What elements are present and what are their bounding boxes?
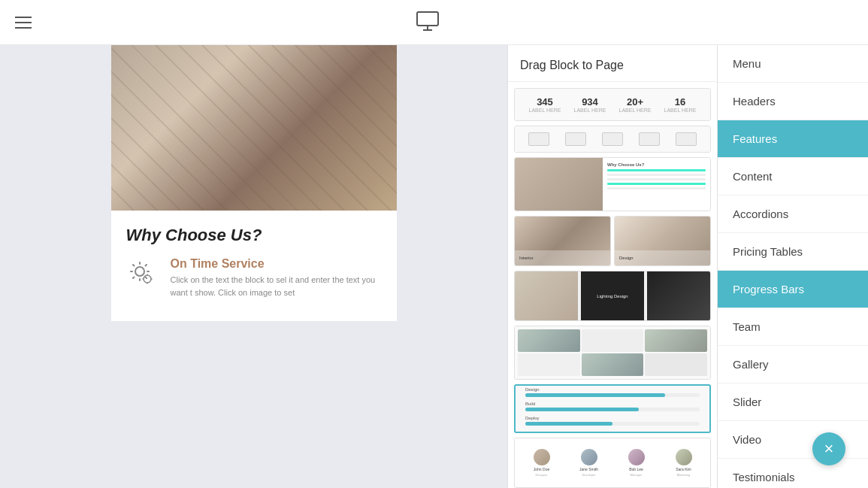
progress-bars-preview: Design Build Deploy [525, 387, 700, 430]
features-block-preview: Why Choose Us? [515, 158, 710, 211]
thumb-stats[interactable]: 345 LABEL HERE 934 LABEL HERE 20+ LABEL … [514, 88, 711, 121]
stat-1-label: LABEL HERE [529, 108, 561, 113]
interior-right-thumbnail[interactable]: Design [614, 216, 711, 266]
team-thumbnail[interactable]: John Doe Designer Jane Smith Developer B… [514, 438, 711, 488]
team-avatar-1 [534, 449, 550, 465]
interior-right-preview: Design [615, 217, 710, 265]
stat-4-label: LABEL HERE [664, 108, 697, 113]
logo-2 [565, 132, 586, 146]
stat-2-number: 934 [574, 96, 606, 108]
pb-fill-3 [525, 422, 612, 426]
features-title-preview: Why Choose Us? [607, 162, 706, 167]
nav-item-testimonials[interactable]: Testimonials [718, 459, 868, 488]
pb-track-1 [525, 393, 700, 397]
stat-3-label: LABEL HERE [619, 108, 652, 113]
pb-fill-1 [525, 393, 665, 397]
nav-panel: Menu Headers Features Content Accordions… [718, 45, 868, 488]
stat-4: 16 LABEL HERE [664, 96, 697, 113]
lighting-inner: Lighting Design [515, 271, 710, 320]
logos-thumbnail[interactable] [514, 126, 711, 153]
close-button[interactable]: × [812, 432, 845, 465]
nav-label-pricing-tables: Pricing Tables [733, 245, 803, 258]
stats-block-preview: 345 LABEL HERE 934 LABEL HERE 20+ LABEL … [515, 89, 710, 120]
features-text: Why Choose Us? [603, 158, 710, 211]
block-thumbnails-list[interactable]: 345 LABEL HERE 934 LABEL HERE 20+ LABEL … [508, 82, 717, 488]
features-line-1 [607, 169, 706, 171]
thumb-lighting[interactable]: Lighting Design [514, 271, 711, 321]
nav-item-menu[interactable]: Menu [718, 45, 868, 83]
team-name-1: John Doe [534, 467, 549, 471]
interior-left-thumbnail[interactable]: Interior [514, 216, 611, 266]
team-name-2: Jane Smith [579, 467, 598, 471]
lighting-text: Lighting Design [581, 271, 644, 320]
team-role-1: Designer [535, 473, 547, 477]
team-role-2: Developer [582, 473, 595, 477]
nav-item-pricing-tables[interactable]: Pricing Tables [718, 233, 868, 271]
page-preview: Why Choose Us? On Time Service Click on … [0, 45, 507, 488]
feature-item-1: On Time Service Click on the text the bl… [126, 257, 382, 299]
stats-thumbnail[interactable]: 345 LABEL HERE 934 LABEL HERE 20+ LABEL … [514, 88, 711, 121]
thumb-logos[interactable] [514, 126, 711, 153]
nav-item-accordions[interactable]: Accordions [718, 196, 868, 233]
stat-1-number: 345 [529, 96, 561, 108]
thumb-multi[interactable] [514, 326, 711, 380]
interior-right-overlay: Design [615, 250, 710, 265]
team-role-3: Manager [631, 473, 643, 477]
pb-label-3: Deploy [525, 416, 700, 420]
multi-block-preview [515, 326, 710, 379]
nav-item-progress-bars[interactable]: Progress Bars [718, 271, 868, 308]
nav-label-features: Features [733, 132, 777, 145]
team-member-3: Bob Lee Manager [614, 449, 658, 477]
stat-2-label: LABEL HERE [574, 108, 606, 113]
lighting-image-right [647, 271, 710, 320]
nav-item-slider[interactable]: Slider [718, 383, 868, 421]
nav-label-team: Team [733, 320, 761, 333]
logo-1 [528, 132, 549, 146]
team-block-preview: John Doe Designer Jane Smith Developer B… [515, 438, 710, 487]
pb-label-2: Build [525, 402, 700, 406]
nav-item-headers[interactable]: Headers [718, 83, 868, 120]
pb-row-3: Deploy [525, 416, 700, 426]
nav-item-video[interactable]: Video [718, 421, 868, 459]
feature-1-desc: Click on the text the block to sel it an… [171, 274, 382, 299]
svg-point-4 [144, 275, 151, 283]
logos-block-preview [515, 126, 710, 152]
nav-item-team[interactable]: Team [718, 308, 868, 346]
stat-1: 345 LABEL HERE [529, 96, 561, 113]
team-member-2: Jane Smith Developer [567, 449, 611, 477]
hamburger-menu-icon[interactable] [15, 17, 32, 29]
multi-cell-4 [518, 353, 580, 376]
team-name-3: Bob Lee [629, 467, 643, 471]
thumb-progress-bars[interactable]: Design Build Deploy [514, 384, 711, 433]
thumb-features[interactable]: Why Choose Us? [514, 157, 711, 211]
multi-thumbnail[interactable] [514, 326, 711, 380]
svg-rect-0 [417, 12, 438, 26]
block-selector-panel: Drag Block to Page 345 LABEL HERE 934 LA… [507, 45, 718, 488]
lighting-block-preview: Lighting Design [515, 271, 710, 320]
monitor-icon[interactable] [416, 9, 440, 36]
multi-cell-2 [582, 329, 644, 352]
pb-row-1: Design [525, 387, 700, 397]
team-avatar-2 [581, 449, 597, 465]
multi-cell-1 [518, 329, 580, 352]
nav-label-menu: Menu [733, 57, 761, 70]
team-role-4: Marketing [677, 473, 691, 477]
lighting-image-left [515, 271, 578, 320]
page-hero-image [111, 45, 397, 211]
logo-5 [676, 132, 697, 146]
progress-bars-thumbnail[interactable]: Design Build Deploy [514, 384, 711, 433]
stat-3-number: 20+ [619, 96, 652, 108]
features-line-4 [607, 183, 706, 185]
team-avatar-3 [628, 449, 645, 465]
team-member-4: Sara Kim Marketing [661, 449, 706, 477]
logo-4 [639, 132, 660, 146]
features-thumbnail[interactable]: Why Choose Us? [514, 157, 711, 211]
nav-item-content[interactable]: Content [718, 158, 868, 196]
multi-cell-3 [645, 329, 707, 352]
thumb-team[interactable]: John Doe Designer Jane Smith Developer B… [514, 438, 711, 488]
nav-label-accordions: Accordions [733, 208, 788, 220]
nav-item-features[interactable]: Features [718, 120, 868, 158]
lighting-thumbnail[interactable]: Lighting Design [514, 271, 711, 321]
nav-item-gallery[interactable]: Gallery [718, 346, 868, 383]
close-icon: × [824, 439, 834, 459]
